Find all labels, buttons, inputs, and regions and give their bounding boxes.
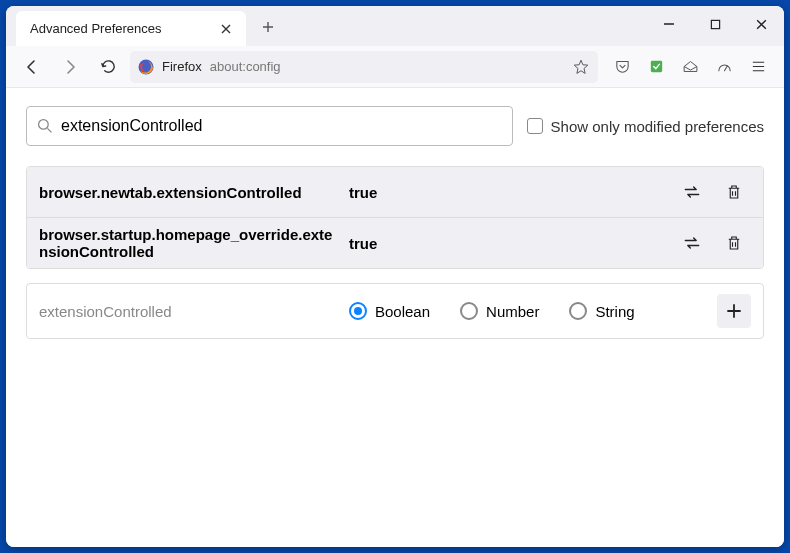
search-row: Show only modified preferences: [26, 106, 764, 146]
page-content: Show only modified preferences browser.n…: [6, 88, 784, 547]
delete-button[interactable]: [717, 226, 751, 260]
window-controls: [646, 6, 784, 42]
radio-icon: [569, 302, 587, 320]
pref-value: true: [349, 184, 675, 201]
dashboard-icon[interactable]: [708, 51, 740, 83]
url-text: about:config: [210, 59, 564, 74]
search-icon: [37, 118, 53, 134]
nav-toolbar: Firefox about:config: [6, 46, 784, 88]
add-button[interactable]: [717, 294, 751, 328]
star-icon[interactable]: [572, 58, 590, 76]
new-pref-row: extensionControlled Boolean Number Strin…: [26, 283, 764, 339]
pref-value: true: [349, 235, 675, 252]
window: Advanced Preferences Firefox about:confi…: [6, 6, 784, 547]
preferences-table: browser.newtab.extensionControlled true …: [26, 166, 764, 269]
minimize-button[interactable]: [646, 6, 692, 42]
radio-icon: [349, 302, 367, 320]
radio-icon: [460, 302, 478, 320]
maximize-button[interactable]: [692, 6, 738, 42]
search-box[interactable]: [26, 106, 513, 146]
reload-button[interactable]: [92, 51, 124, 83]
pref-actions: [675, 175, 751, 209]
radio-string[interactable]: String: [569, 302, 634, 320]
close-window-button[interactable]: [738, 6, 784, 42]
mail-icon[interactable]: [674, 51, 706, 83]
address-bar[interactable]: Firefox about:config: [130, 51, 598, 83]
pref-name: browser.startup.homepage_override.extens…: [39, 226, 349, 260]
titlebar: Advanced Preferences: [6, 6, 784, 46]
tab-title: Advanced Preferences: [30, 21, 206, 36]
svg-point-3: [39, 120, 49, 130]
radio-number[interactable]: Number: [460, 302, 539, 320]
show-modified-checkbox[interactable]: Show only modified preferences: [527, 118, 764, 135]
identity-label: Firefox: [162, 59, 202, 74]
pref-row[interactable]: browser.newtab.extensionControlled true: [27, 167, 763, 217]
checkbox-icon[interactable]: [527, 118, 543, 134]
radio-boolean[interactable]: Boolean: [349, 302, 430, 320]
firefox-icon: [138, 59, 154, 75]
type-radios: Boolean Number String: [349, 302, 717, 320]
close-icon[interactable]: [216, 19, 236, 39]
extension-icon[interactable]: [640, 51, 672, 83]
toolbar-icons: [606, 51, 774, 83]
new-pref-name: extensionControlled: [39, 303, 349, 320]
new-tab-button[interactable]: [252, 11, 284, 43]
back-button[interactable]: [16, 51, 48, 83]
pref-name: browser.newtab.extensionControlled: [39, 184, 349, 201]
pocket-icon[interactable]: [606, 51, 638, 83]
svg-rect-2: [650, 61, 661, 72]
show-modified-label: Show only modified preferences: [551, 118, 764, 135]
delete-button[interactable]: [717, 175, 751, 209]
pref-row[interactable]: browser.startup.homepage_override.extens…: [27, 217, 763, 268]
tab-active[interactable]: Advanced Preferences: [16, 11, 246, 46]
svg-rect-0: [711, 20, 719, 28]
toggle-button[interactable]: [675, 226, 709, 260]
forward-button[interactable]: [54, 51, 86, 83]
search-input[interactable]: [61, 117, 502, 135]
toggle-button[interactable]: [675, 175, 709, 209]
pref-actions: [675, 226, 751, 260]
menu-icon[interactable]: [742, 51, 774, 83]
